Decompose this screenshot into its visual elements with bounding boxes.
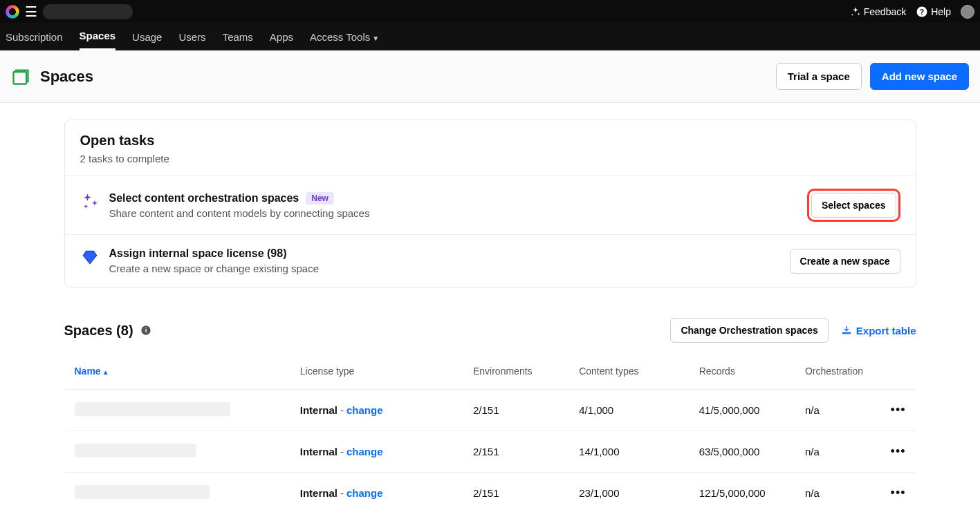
open-tasks-title: Open tasks — [80, 133, 900, 149]
open-tasks-header: Open tasks 2 tasks to complete — [65, 120, 916, 176]
download-icon — [841, 325, 852, 336]
help-label: Help — [931, 6, 951, 17]
col-records[interactable]: Records — [690, 353, 795, 390]
more-icon[interactable]: ••• — [891, 403, 906, 417]
gem-icon — [80, 247, 100, 267]
col-name[interactable]: Name▲ — [64, 353, 290, 390]
sparkles-icon — [80, 192, 100, 211]
license-type: Internal — [300, 446, 338, 457]
help-button[interactable]: ? Help — [916, 6, 951, 18]
orchestration-value: n/a — [795, 431, 880, 473]
nav-subscription[interactable]: Subscription — [6, 24, 63, 50]
col-orchestration[interactable]: Orchestration — [795, 353, 880, 390]
records-value: 121/5,000,000 — [690, 473, 795, 514]
export-table-label: Export table — [856, 325, 916, 337]
col-environments[interactable]: Environments — [463, 353, 569, 390]
svg-text:?: ? — [920, 7, 924, 15]
nav-access-tools[interactable]: Access Tools▼ — [310, 24, 379, 50]
content: Open tasks 2 tasks to complete Select co… — [64, 103, 916, 530]
avatar[interactable] — [961, 5, 974, 19]
table-row[interactable]: Internal-change 2/151 4/1,000 41/5,000,0… — [64, 390, 916, 431]
svg-rect-2 — [14, 72, 27, 84]
add-new-space-button[interactable]: Add new space — [870, 63, 969, 90]
orchestration-value: n/a — [795, 390, 880, 431]
col-content-types[interactable]: Content types — [569, 353, 690, 390]
new-badge: New — [306, 192, 334, 205]
task2-title: Assign internal space license (98) — [109, 247, 287, 260]
task-select-orchestration: Select content orchestration spaces New … — [65, 176, 916, 234]
contentful-logo[interactable] — [6, 5, 19, 19]
create-new-space-button[interactable]: Create a new space — [790, 249, 900, 274]
nav-users[interactable]: Users — [178, 24, 205, 50]
export-table-link[interactable]: Export table — [841, 325, 916, 337]
change-license-link[interactable]: change — [346, 446, 383, 457]
environments-value: 2/151 — [463, 390, 569, 431]
topbar-right: Feedback ? Help — [850, 5, 974, 19]
more-icon[interactable]: ••• — [891, 486, 906, 500]
change-license-link[interactable]: change — [346, 487, 383, 499]
nav-access-tools-label: Access Tools — [310, 31, 370, 43]
change-license-link[interactable]: change — [346, 404, 383, 416]
col-license[interactable]: License type — [290, 353, 463, 390]
space-name-redacted — [75, 402, 230, 416]
environments-value: 2/151 — [463, 473, 569, 514]
hamburger-icon[interactable]: ☰ — [25, 3, 37, 20]
nav-spaces[interactable]: Spaces — [80, 23, 116, 50]
chevron-down-icon: ▼ — [372, 35, 379, 42]
records-value: 41/5,000,000 — [690, 390, 795, 431]
info-icon[interactable]: i — [140, 325, 151, 336]
license-type: Internal — [300, 404, 338, 416]
nav-usage[interactable]: Usage — [132, 24, 162, 50]
spaces-title: Spaces (8) — [64, 323, 133, 339]
org-selector[interactable] — [43, 4, 133, 19]
trial-space-button[interactable]: Trial a space — [776, 63, 862, 90]
feedback-label: Feedback — [864, 6, 906, 17]
sort-asc-icon: ▲ — [102, 368, 109, 376]
content-types-value: 4/1,000 — [569, 390, 690, 431]
change-orchestration-button[interactable]: Change Orchestration spaces — [670, 318, 828, 343]
select-spaces-button[interactable]: Select spaces — [811, 193, 896, 218]
spaces-table: Name▲ License type Environments Content … — [64, 352, 916, 514]
main-nav: Subscription Spaces Usage Users Teams Ap… — [0, 23, 980, 50]
content-types-value: 14/1,000 — [569, 431, 690, 473]
space-name-redacted — [75, 485, 210, 499]
feedback-button[interactable]: Feedback — [850, 6, 906, 17]
svg-text:i: i — [145, 327, 147, 334]
license-type: Internal — [300, 487, 338, 499]
topbar-left: ☰ — [6, 3, 133, 20]
more-icon[interactable]: ••• — [891, 444, 906, 458]
records-value: 63/5,000,000 — [690, 431, 795, 473]
task1-title: Select content orchestration spaces — [109, 192, 299, 205]
open-tasks-subtitle: 2 tasks to complete — [80, 153, 900, 164]
open-tasks-card: Open tasks 2 tasks to complete Select co… — [64, 120, 916, 287]
nav-teams[interactable]: Teams — [223, 24, 253, 50]
page-title: Spaces — [40, 68, 93, 86]
content-types-value: 23/1,000 — [569, 473, 690, 514]
task-assign-license: Assign internal space license (98) Creat… — [65, 234, 916, 287]
highlight-box: Select spaces — [807, 189, 900, 222]
col-name-label: Name — [75, 366, 101, 377]
task1-desc: Share content and content models by conn… — [109, 207, 370, 219]
task2-desc: Create a new space or change existing sp… — [109, 263, 320, 274]
table-row[interactable]: Internal-change 2/151 23/1,000 121/5,000… — [64, 473, 916, 514]
table-row[interactable]: Internal-change 2/151 14/1,000 63/5,000,… — [64, 431, 916, 473]
topbar: ☰ Feedback ? Help — [0, 0, 980, 23]
page-actions: Trial a space Add new space — [776, 63, 969, 90]
page-header: Spaces Trial a space Add new space — [0, 50, 980, 103]
space-name-redacted — [75, 444, 196, 457]
page-header-left: Spaces — [11, 67, 93, 86]
orchestration-value: n/a — [795, 473, 880, 514]
help-icon: ? — [916, 6, 928, 18]
spaces-section-head: Spaces (8) i Change Orchestration spaces… — [64, 318, 916, 343]
environments-value: 2/151 — [463, 431, 569, 473]
nav-apps[interactable]: Apps — [270, 24, 293, 50]
sparkle-icon — [850, 6, 861, 17]
spaces-icon — [11, 67, 30, 86]
